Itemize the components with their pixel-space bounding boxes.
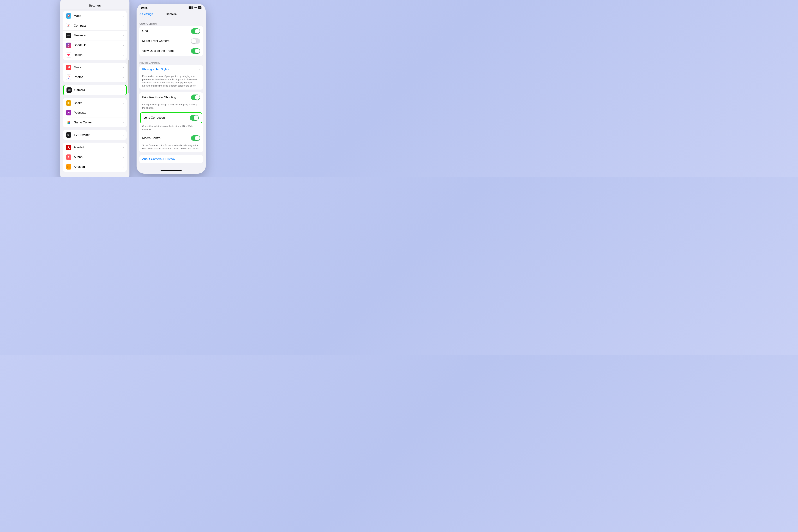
photos-icon — [66, 75, 71, 80]
compass-icon — [66, 23, 71, 28]
svg-rect-4 — [67, 35, 70, 36]
photo-capture-header: PHOTO CAPTURE — [136, 59, 206, 65]
books-item[interactable]: Books › — [63, 98, 127, 108]
right-status-bar: 10:45 ▋▋▋ 5G 87 — [136, 4, 206, 11]
macro-wrapper: Macro Control Show Camera control for au… — [139, 133, 203, 152]
grid-toggle-thumb — [195, 29, 200, 34]
camera-app-icon — [66, 88, 72, 93]
prioritise-toggle[interactable] — [191, 95, 200, 100]
scrollbar — [128, 60, 129, 93]
view-outside-label: View Outside the Frame — [142, 49, 191, 53]
amazon-label: Amazon — [74, 165, 123, 169]
capture-settings-group: Prioritise Faster Shooting Intelligently… — [139, 92, 203, 152]
top-apps-group: Maps › Compass › Measure › — [63, 11, 127, 60]
photographic-styles-group: Photographic Styles › Personalise the lo… — [139, 65, 203, 90]
left-phone: 10:44 ▋▋▋ 5G 87 Settings Maps › — [60, 0, 130, 177]
compass-item[interactable]: Compass › — [63, 21, 127, 31]
books-chevron: › — [123, 101, 124, 104]
mirror-toggle[interactable] — [191, 38, 200, 44]
amazon-item[interactable]: a Amazon › — [63, 162, 127, 172]
view-outside-row: View Outside the Frame — [139, 46, 203, 56]
macro-toggle-thumb — [195, 136, 200, 140]
right-nav-bar: Settings Camera — [136, 11, 206, 18]
about-camera-group: About Camera & Privacy... — [139, 155, 203, 163]
compass-chevron: › — [123, 24, 124, 27]
prioritise-toggle-thumb — [195, 95, 200, 100]
right-home-bar — [160, 170, 182, 171]
gamecenter-chevron: › — [123, 121, 124, 124]
svg-rect-8 — [69, 35, 70, 35]
gamecenter-item[interactable]: Game Center › — [63, 118, 127, 127]
svg-text:S: S — [68, 134, 69, 136]
macro-label: Macro Control — [142, 136, 191, 140]
health-item[interactable]: Health › — [63, 50, 127, 60]
svg-marker-3 — [68, 26, 69, 27]
composition-header: COMPOSITION — [136, 20, 206, 26]
shortcuts-item[interactable]: Shortcuts › — [63, 40, 127, 50]
lens-correction-label: Lens Correction — [144, 116, 190, 119]
acrobat-item[interactable]: Acrobat › — [63, 142, 127, 152]
settings-list: Maps › Compass › Measure › — [60, 10, 130, 177]
settings-back-button[interactable]: Settings — [139, 13, 153, 16]
prioritise-wrapper: Prioritise Faster Shooting Intelligently… — [139, 92, 203, 112]
about-camera-link[interactable]: About Camera & Privacy... — [139, 155, 203, 163]
music-item[interactable]: Music › — [63, 63, 127, 72]
lens-correction-description: Correct lens distortion on the front and… — [139, 124, 203, 133]
back-chevron-icon — [139, 13, 141, 16]
measure-label: Measure — [74, 34, 123, 37]
more-apps-group: Books › Podcasts › — [63, 98, 127, 127]
photos-item[interactable]: Photos › — [63, 72, 127, 82]
airbnb-chevron: › — [123, 156, 124, 158]
photographic-styles-row[interactable]: Photographic Styles › — [139, 65, 203, 74]
right-battery-indicator: 87 — [198, 6, 202, 9]
gamecenter-icon — [66, 120, 71, 125]
photos-label: Photos — [74, 75, 123, 79]
left-time: 10:44 — [64, 0, 71, 1]
svg-rect-18 — [68, 102, 69, 104]
podcasts-item[interactable]: Podcasts › — [63, 108, 127, 118]
third-party-apps-group: Acrobat › Airbnb › a Amazon › — [63, 142, 127, 172]
camera-settings-scroll: COMPOSITION Grid Mirror Front Camera Vie… — [136, 18, 206, 168]
svg-text:a: a — [68, 166, 69, 168]
books-label: Books — [74, 101, 123, 105]
maps-item[interactable]: Maps › — [63, 11, 127, 21]
maps-label: Maps — [74, 14, 123, 18]
acrobat-label: Acrobat — [74, 146, 123, 149]
left-status-bar: 10:44 ▋▋▋ 5G 87 — [60, 0, 130, 2]
view-outside-toggle[interactable] — [191, 48, 200, 54]
media-apps-group: Music › Photos › — [63, 63, 127, 82]
camera-highlight-group: Camera › — [63, 85, 127, 95]
acrobat-icon — [66, 145, 71, 150]
composition-group: Grid Mirror Front Camera View Outside th… — [139, 26, 203, 56]
measure-item[interactable]: Measure › — [63, 31, 127, 40]
mirror-label: Mirror Front Camera — [142, 39, 191, 43]
measure-icon — [66, 33, 71, 38]
music-icon — [66, 65, 71, 70]
health-chevron: › — [123, 54, 124, 56]
svg-point-13 — [69, 90, 70, 91]
prioritise-label: Prioritise Faster Shooting — [142, 96, 191, 99]
airbnb-item[interactable]: Airbnb › — [63, 152, 127, 162]
macro-row: Macro Control — [139, 133, 203, 143]
books-icon — [66, 100, 71, 106]
shortcuts-label: Shortcuts — [74, 43, 123, 47]
airbnb-label: Airbnb — [74, 155, 123, 159]
grid-toggle[interactable] — [191, 28, 200, 34]
health-icon — [66, 52, 71, 58]
svg-rect-5 — [68, 35, 68, 35]
maps-chevron: › — [123, 15, 124, 17]
camera-item[interactable]: Camera › — [64, 85, 126, 95]
camera-label: Camera — [74, 88, 122, 92]
lens-correction-toggle[interactable] — [190, 115, 199, 120]
prioritise-description: Intelligently adapt image quality when r… — [139, 102, 203, 112]
left-nav-title: Settings — [89, 4, 101, 7]
photographic-styles-chevron: › — [199, 68, 200, 71]
macro-toggle[interactable] — [191, 135, 200, 141]
left-nav-bar: Settings — [60, 2, 130, 10]
photographic-styles-description: Personalise the look of your photos by b… — [139, 74, 203, 90]
acrobat-chevron: › — [123, 146, 124, 149]
amazon-icon: a — [66, 164, 71, 170]
shortcuts-icon — [66, 42, 71, 48]
grid-label: Grid — [142, 29, 191, 33]
tvprovider-item[interactable]: S TV Provider › — [63, 130, 127, 140]
